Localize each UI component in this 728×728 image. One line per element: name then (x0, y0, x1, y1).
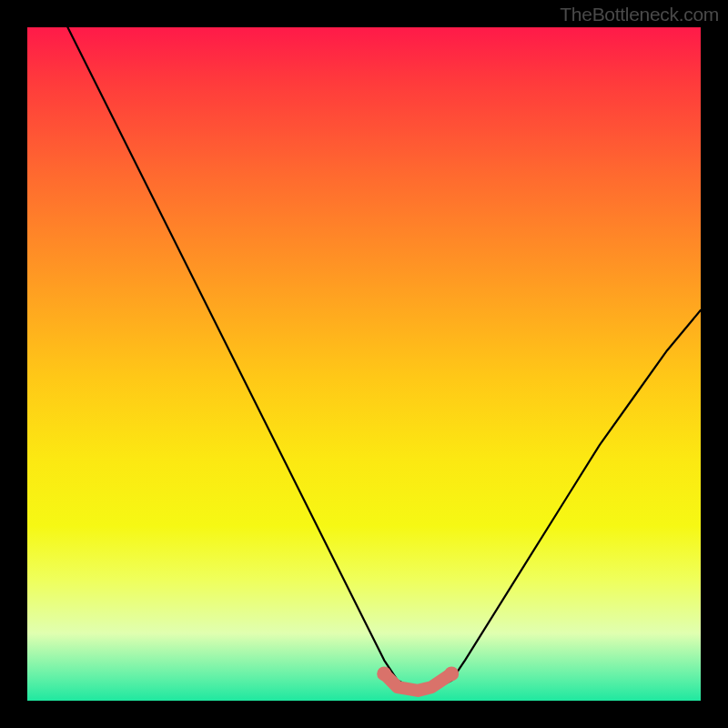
bottleneck-chart (27, 27, 701, 701)
bottleneck-curve-path (67, 27, 701, 691)
band-end-dot-left (377, 666, 391, 681)
band-end-dot-right (444, 666, 459, 681)
watermark-text: TheBottleneck.com (560, 4, 719, 25)
minimum-band-path (384, 673, 451, 691)
chart-svg-layer (27, 27, 701, 701)
